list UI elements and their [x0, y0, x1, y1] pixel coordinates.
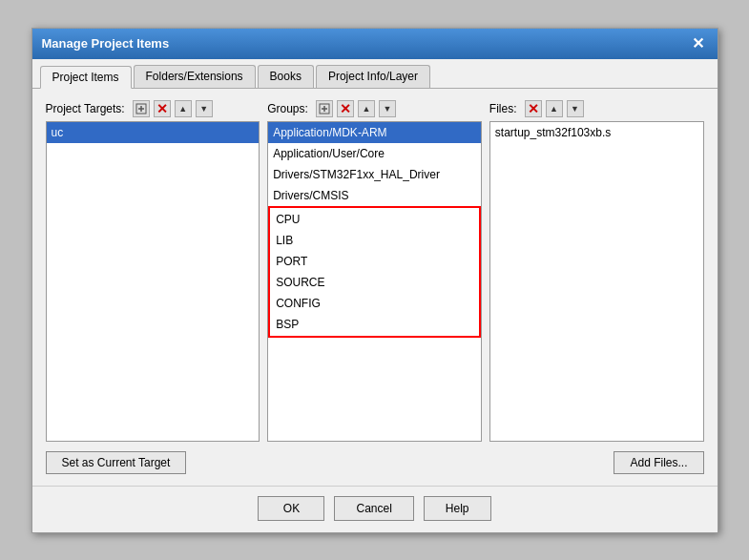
manage-project-items-dialog: Manage Project Items ✕ Project Items Fol… [31, 28, 718, 533]
groups-up-button[interactable] [358, 100, 375, 117]
tab-project-info-layer[interactable]: Project Info/Layer [316, 65, 430, 88]
project-targets-label: Project Targets: [46, 102, 125, 115]
files-up-button[interactable] [546, 100, 563, 117]
files-header: Files: ✕ [489, 100, 704, 117]
list-item[interactable]: uc [47, 122, 260, 143]
project-targets-down-button[interactable] [196, 100, 213, 117]
set-as-current-target-button[interactable]: Set as Current Target [46, 451, 187, 474]
groups-down-button[interactable] [379, 100, 396, 117]
files-down-button[interactable] [567, 100, 584, 117]
title-bar: Manage Project Items ✕ [32, 29, 718, 59]
groups-delete-button[interactable]: ✕ [337, 100, 354, 117]
tab-folders-extensions[interactable]: Folders/Extensions [134, 65, 256, 88]
groups-label: Groups: [267, 102, 308, 115]
project-targets-header: Project Targets: ✕ [46, 100, 260, 117]
cancel-button[interactable]: Cancel [334, 496, 413, 521]
groups-red-border-section: CPU LIB PORT SOURCE CONFIG BSP [268, 206, 481, 338]
tab-project-items[interactable]: Project Items [40, 66, 132, 89]
groups-list[interactable]: Application/MDK-ARM Application/User/Cor… [267, 121, 482, 442]
ok-button[interactable]: OK [258, 496, 324, 521]
list-item[interactable]: startup_stm32f103xb.s [490, 122, 703, 143]
list-item[interactable]: CPU [271, 209, 478, 230]
help-button[interactable]: Help [424, 496, 491, 521]
files-label: Files: [489, 102, 517, 115]
bottom-buttons: Set as Current Target Add Files... [46, 451, 704, 474]
dialog-body: Project Targets: ✕ uc Groups: [32, 89, 718, 486]
close-button[interactable]: ✕ [689, 34, 708, 53]
tab-bar: Project Items Folders/Extensions Books P… [32, 59, 718, 89]
project-targets-new-button[interactable] [133, 100, 150, 117]
list-item[interactable]: Drivers/CMSIS [268, 185, 481, 206]
files-delete-button[interactable]: ✕ [525, 100, 542, 117]
list-item[interactable]: Application/User/Core [268, 143, 481, 164]
panels-row: Project Targets: ✕ uc Groups: [46, 100, 704, 442]
list-item[interactable]: Application/MDK-ARM [268, 122, 481, 143]
list-item[interactable]: Drivers/STM32F1xx_HAL_Driver [268, 164, 481, 185]
groups-panel: Groups: ✕ Application/MDK-ARM Applicatio… [267, 100, 482, 442]
groups-new-button[interactable] [316, 100, 333, 117]
project-targets-delete-button[interactable]: ✕ [154, 100, 171, 117]
list-item[interactable]: BSP [271, 314, 478, 335]
project-targets-up-button[interactable] [175, 100, 192, 117]
list-item[interactable]: PORT [271, 251, 478, 272]
list-item[interactable]: CONFIG [271, 293, 478, 314]
add-files-area: Add Files... [614, 451, 703, 474]
dialog-title: Manage Project Items [42, 36, 170, 51]
files-panel: Files: ✕ startup_stm32f103xb.s [489, 100, 704, 442]
project-targets-panel: Project Targets: ✕ uc [46, 100, 260, 442]
tab-books[interactable]: Books [258, 65, 314, 88]
list-item[interactable]: LIB [271, 230, 478, 251]
add-files-button[interactable]: Add Files... [614, 451, 703, 474]
groups-header: Groups: ✕ [267, 100, 482, 117]
list-item[interactable]: SOURCE [271, 272, 478, 293]
files-list[interactable]: startup_stm32f103xb.s [489, 121, 704, 442]
footer-buttons: OK Cancel Help [32, 486, 718, 532]
project-targets-list[interactable]: uc [46, 121, 260, 442]
